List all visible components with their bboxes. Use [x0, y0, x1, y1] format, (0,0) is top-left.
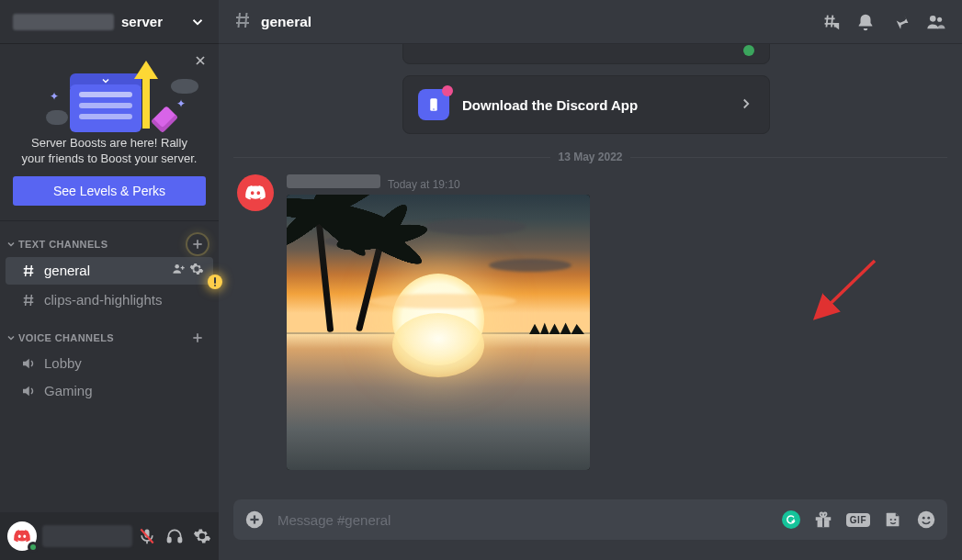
- plus-icon: [190, 330, 205, 345]
- svg-point-32: [433, 108, 435, 110]
- gift-button[interactable]: [813, 510, 833, 530]
- svg-point-44: [927, 517, 930, 520]
- mute-mic-button[interactable]: [138, 527, 156, 545]
- emoji-button[interactable]: [916, 510, 936, 530]
- svg-line-14: [30, 295, 31, 306]
- chat-header: general: [219, 0, 962, 44]
- boost-text: Server Boosts are here! Rally your frien…: [13, 136, 206, 176]
- voice-channels-label: VOICE CHANNELS: [18, 332, 114, 343]
- message-attachment-image[interactable]: [287, 195, 590, 470]
- hash-icon: [20, 262, 37, 280]
- add-text-channel-button[interactable]: [187, 234, 208, 254]
- threads-button[interactable]: [817, 8, 844, 36]
- sticker-icon: [883, 510, 903, 530]
- message-timestamp: Today at 19:10: [388, 178, 460, 191]
- text-channels-header[interactable]: TEXT CHANNELS: [0, 221, 219, 256]
- speaker-icon: [20, 355, 37, 372]
- svg-point-30: [937, 17, 942, 21]
- svg-line-27: [826, 15, 827, 27]
- hash-icon: [232, 9, 254, 34]
- channel-general[interactable]: general: [6, 257, 213, 285]
- voice-channel-lobby[interactable]: Lobby: [6, 351, 213, 376]
- gear-icon[interactable]: [189, 262, 204, 279]
- download-app-card[interactable]: Download the Discord App: [402, 75, 770, 134]
- server-header[interactable]: server: [0, 0, 219, 44]
- chat-panel: general: [219, 0, 962, 560]
- add-voice-channel-button[interactable]: [187, 328, 208, 348]
- chevron-right-icon: [738, 95, 754, 115]
- svg-line-7: [30, 265, 31, 276]
- chat-body: Download the Discord App 13 May 2022 Tod…: [219, 44, 962, 499]
- user-name-redacted: [42, 525, 132, 547]
- plus-circle-icon: [244, 510, 265, 530]
- svg-line-6: [26, 265, 27, 276]
- plus-icon: [190, 237, 205, 252]
- channel-title: general: [261, 14, 311, 30]
- svg-rect-20: [178, 538, 181, 543]
- boost-levels-button[interactable]: See Levels & Perks: [13, 176, 206, 206]
- user-avatar[interactable]: [7, 521, 37, 551]
- channel-label: Gaming: [44, 383, 93, 398]
- members-button[interactable]: [922, 8, 949, 36]
- server-name-suffix: server: [121, 14, 163, 29]
- voice-channel-gaming[interactable]: Gaming: [6, 378, 213, 404]
- download-app-label: Download the Discord App: [462, 97, 725, 113]
- text-channels-label: TEXT CHANNELS: [18, 239, 108, 250]
- date-divider: 13 May 2022: [233, 151, 947, 163]
- message-author-redacted: [287, 174, 380, 188]
- channel-label: Lobby: [44, 355, 82, 371]
- attach-button[interactable]: [244, 510, 265, 530]
- svg-rect-19: [168, 538, 171, 543]
- grammarly-icon[interactable]: [782, 510, 800, 529]
- svg-line-28: [832, 15, 832, 27]
- svg-point-42: [918, 511, 934, 528]
- message-avatar[interactable]: [237, 174, 274, 211]
- server-name-redacted: [13, 14, 114, 30]
- chat-input: GIF: [233, 499, 947, 540]
- hash-icon: [20, 291, 37, 309]
- channel-label: clips-and-highlights: [44, 292, 162, 308]
- svg-line-23: [239, 13, 241, 28]
- discord-logo-icon: [244, 182, 266, 204]
- pinned-button[interactable]: [887, 8, 914, 36]
- notifications-button[interactable]: [852, 8, 879, 36]
- channel-clips-and-highlights[interactable]: clips-and-highlights: [6, 286, 213, 314]
- date-divider-label: 13 May 2022: [550, 151, 629, 163]
- deafen-button[interactable]: [165, 527, 184, 545]
- message: Today at 19:10: [219, 171, 962, 479]
- boost-art: ✦ ✦: [13, 57, 206, 130]
- chat-input-row: GIF: [219, 499, 962, 560]
- svg-line-13: [26, 295, 27, 306]
- gif-button[interactable]: GIF: [846, 513, 870, 527]
- message-input[interactable]: [276, 511, 771, 529]
- svg-point-41: [894, 519, 896, 521]
- user-settings-button[interactable]: [193, 527, 211, 545]
- speaker-icon: [20, 383, 37, 399]
- chevron-down-icon: [6, 239, 17, 250]
- svg-line-24: [245, 13, 247, 28]
- svg-point-43: [922, 517, 925, 520]
- status-online-icon: [28, 542, 39, 553]
- gift-icon: [813, 510, 833, 530]
- mobile-icon: [418, 89, 449, 120]
- sticker-button[interactable]: [883, 510, 903, 530]
- invite-icon[interactable]: [171, 262, 186, 279]
- chevron-down-icon: [6, 332, 17, 343]
- svg-rect-39: [822, 517, 824, 527]
- svg-point-40: [890, 519, 892, 521]
- emoji-icon: [916, 510, 936, 530]
- chevron-down-icon: [189, 14, 206, 30]
- svg-point-8: [175, 264, 179, 269]
- channel-sidebar: server ✦ ✦ Server Boosts are here! Rally…: [0, 0, 219, 560]
- boost-banner: ✦ ✦ Server Boosts are here! Rally your f…: [0, 44, 219, 221]
- channel-label: general: [44, 263, 90, 278]
- user-panel: [0, 512, 219, 560]
- card-partial[interactable]: [402, 44, 770, 64]
- svg-point-29: [930, 16, 936, 22]
- voice-channels-header[interactable]: VOICE CHANNELS: [0, 315, 219, 350]
